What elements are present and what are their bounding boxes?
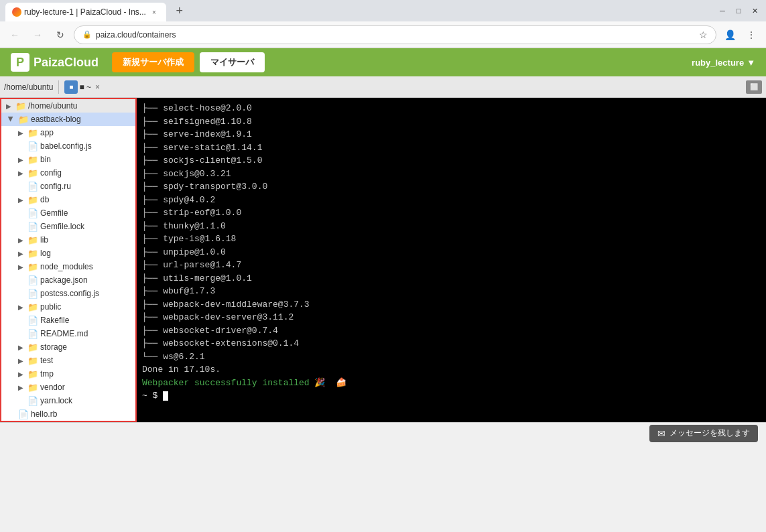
term-line-20: └── ws@6.2.1 [142,350,761,364]
tab-close-btn[interactable]: × [149,7,159,17]
sidebar-item-db[interactable]: ▶ 📁 db [1,193,135,206]
address-bar: ← → ↻ 🔒 paiza.cloud/containers ☆ 👤 ⋮ [0,21,766,48]
db-icon: 📁 [27,194,38,205]
sidebar-item-tmp[interactable]: ▶ 📁 tmp [1,367,135,381]
term-line-17: ├── webpack-dev-server@3.11.2 [142,311,761,324]
term-line-16: ├── webpack-dev-middleware@3.7.3 [142,298,761,312]
gemfilelock-icon: 📄 [27,221,38,232]
new-tab-btn[interactable]: + [170,1,189,20]
nodemodules-arrow: ▶ [16,262,25,271]
app-label: app [40,128,54,137]
term-line-4: ├── serve-static@1.14.1 [142,141,761,155]
postcss-arrow [16,289,25,298]
url-bar[interactable]: 🔒 paiza.cloud/containers ☆ [74,25,716,44]
eastback-blog-icon: 📁 [18,114,29,125]
message-icon: ✉ [657,428,665,439]
sidebar-item-lib[interactable]: ▶ 📁 lib [1,233,135,247]
sidebar-item-hello-rb[interactable]: 📄 hello.rb [1,407,135,421]
sidebar-item-app[interactable]: ▶ 📁 app [1,126,135,139]
root-arrow: ▶ [4,101,13,111]
bookmark-icon: ☆ [699,29,708,40]
forward-btn[interactable]: → [28,25,47,44]
paiza-logo: P PaizaCloud [11,53,99,72]
back-btn[interactable]: ← [5,25,24,44]
sidebar-item-storage[interactable]: ▶ 📁 storage [1,340,135,354]
eastback-blog-arrow: ▶ [7,115,16,124]
sidebar-item-config-ru[interactable]: 📄 config.ru [1,180,135,193]
public-arrow: ▶ [16,302,25,312]
config-icon: 📁 [27,168,38,178]
sidebar-item-log[interactable]: ▶ 📁 log [1,247,135,260]
maximize-btn[interactable]: □ [732,5,745,17]
sidebar-item-eastback-blog[interactable]: ▶ 📁 eastback-blog [1,113,135,126]
term-line-9: ├── strip-eof@1.0.0 [142,206,761,220]
user-menu[interactable]: ruby_lecture ▼ [692,58,755,68]
sidebar-root-path[interactable]: ▶ 📁 /home/ubuntu [1,99,135,113]
gemfile-label: Gemfile [40,208,68,218]
sidebar-item-node-modules[interactable]: ▶ 📁 node_modules [1,260,135,273]
sidebar-item-bin[interactable]: ▶ 📁 bin [1,153,135,166]
rakefile-arrow [16,316,25,325]
sidebar-item-test[interactable]: ▶ 📁 test [1,354,135,367]
log-label: log [40,249,51,258]
hellorb-label: hello.rb [31,409,57,419]
new-server-btn[interactable]: 新規サーバ作成 [112,52,194,72]
lib-label: lib [40,235,48,245]
url-text: paiza.cloud/containers [96,30,695,40]
term-prompt: ~ $ [142,389,761,403]
my-server-btn[interactable]: マイサーバ [200,52,265,72]
public-icon: 📁 [27,302,38,312]
window-controls: ─ □ ✕ [716,5,761,17]
close-window-btn[interactable]: ✕ [749,5,761,17]
reload-btn[interactable]: ↻ [51,25,70,44]
sidebar-item-babel-config[interactable]: 📄 babel.config.js [1,139,135,153]
rakefile-label: Rakefile [40,316,69,325]
babel-label: babel.config.js [40,141,92,151]
sidebar-item-config[interactable]: ▶ 📁 config [1,166,135,180]
sidebar-item-public[interactable]: ▶ 📁 public [1,300,135,314]
terminal-close-btn[interactable]: × [95,82,100,92]
hellorb-arrow [7,409,16,419]
sidebar-item-yarn-lock[interactable]: 📄 yarn.lock [1,394,135,407]
log-arrow: ▶ [16,249,25,258]
storage-icon: 📁 [27,342,38,352]
sidebar-item-rakefile[interactable]: 📄 Rakefile [1,314,135,327]
configru-arrow [16,182,25,191]
configru-label: config.ru [40,182,71,191]
term-line-5: ├── sockjs-client@1.5.0 [142,154,761,168]
sidebar-item-postcss-config[interactable]: 📄 postcss.config.js [1,287,135,300]
lock-icon: 🔒 [82,30,92,39]
postcss-icon: 📄 [27,288,38,299]
content-row: ▶ 📁 /home/ubuntu ▶ 📁 eastback-blog ▶ 📁 a… [0,98,766,422]
eastback-blog-label: eastback-blog [31,115,81,124]
menu-btn[interactable]: ⋮ [742,25,761,44]
vendor-arrow: ▶ [16,383,25,392]
message-label: メッセージを残します [669,427,750,439]
sidebar-item-gemfile-lock[interactable]: 📄 Gemfile.lock [1,220,135,233]
status-bar: ✉ メッセージを残します [0,422,766,444]
terminal-output[interactable]: ├── select-hose@2.0.0 ├── selfsigned@1.1… [137,98,766,422]
app-arrow: ▶ [16,128,25,137]
test-icon: 📁 [27,355,38,366]
storage-arrow: ▶ [16,342,25,352]
tab-title: ruby-lecture-1 | PaizaCloud - Ins... [24,7,146,17]
logo-icon: P [11,53,29,72]
logo-text: PaizaCloud [34,56,99,70]
account-btn[interactable]: 👤 [720,25,739,44]
packagejson-label: package.json [40,275,88,285]
yarnlock-label: yarn.lock [40,396,72,405]
sidebar-item-readme[interactable]: 📄 README.md [1,327,135,340]
minimize-btn[interactable]: ─ [716,5,728,17]
sidebar-item-gemfile[interactable]: 📄 Gemfile [1,206,135,220]
terminal-tab-btn[interactable]: ■ ■ ~ × [64,80,100,94]
message-btn[interactable]: ✉ メッセージを残します [649,425,758,442]
sidebar-item-vendor[interactable]: ▶ 📁 vendor [1,381,135,394]
terminal-tab-label: ■ ~ [79,82,91,92]
term-line-1: ├── select-hose@2.0.0 [142,102,761,115]
sidebar-item-package-json[interactable]: 📄 package.json [1,273,135,287]
lib-icon: 📁 [27,235,38,245]
expand-btn[interactable]: ⬜ [746,80,762,94]
gemfilelock-arrow [16,222,25,231]
tmp-label: tmp [40,369,54,379]
term-line-6: ├── sockjs@0.3.21 [142,168,761,181]
